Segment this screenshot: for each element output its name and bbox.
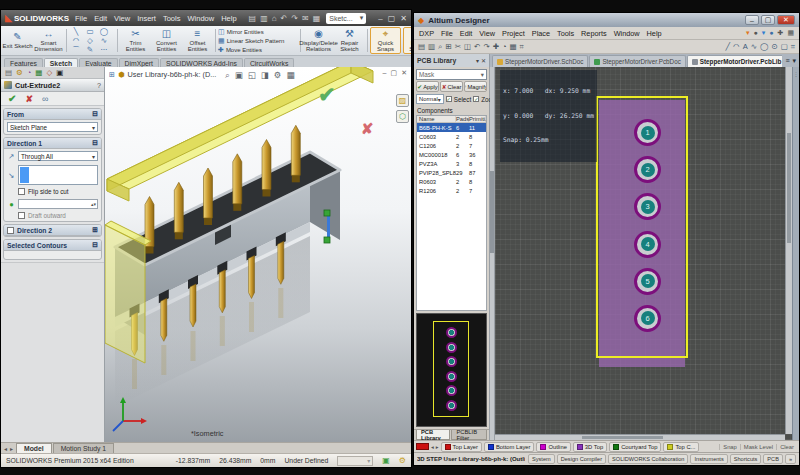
layer-tab[interactable]: Top Layer — [441, 442, 482, 452]
menubar-icon[interactable]: ▾ — [762, 29, 766, 37]
sw-toolbar-icon[interactable]: ▥ — [260, 14, 268, 23]
panel-button[interactable]: SOLIDWORKS Collaboration — [608, 454, 688, 464]
collapse-icon[interactable]: ⊟ — [92, 241, 98, 249]
sw-command-button[interactable]: ↔ Smart Dimension — [33, 27, 64, 54]
sw-toolbar-icon[interactable]: ⌂ — [272, 14, 277, 23]
component-row[interactable]: R1206 2 7 — [417, 186, 486, 195]
sw-ribbon-tab[interactable]: Evaluate — [79, 58, 117, 67]
document-tab[interactable]: StepperMotorDriver.SchDoc — [492, 55, 588, 67]
column-name[interactable]: Name — [417, 116, 456, 122]
ad-menu-item[interactable]: Reports — [581, 29, 607, 38]
sketch-entity-icon[interactable]: ⋯ — [100, 45, 108, 54]
status-gold-icon[interactable]: ⚙ — [399, 456, 406, 465]
panel-tab-icon[interactable]: ◇ — [46, 68, 52, 77]
ad-drawing-icon[interactable]: A — [743, 42, 748, 52]
sw-menu-item[interactable]: Edit — [94, 14, 107, 23]
sw-menu-item[interactable]: Window — [187, 14, 214, 23]
footprint-preview[interactable] — [416, 313, 487, 427]
right-panel-strip[interactable]: ⋮ — [792, 67, 799, 440]
layer-bar-button[interactable]: Snap — [719, 444, 740, 450]
chevron-left-icon[interactable]: ◂ — [4, 445, 7, 452]
sw-command-button[interactable]: ◉ Display/Delete Relations — [303, 27, 334, 54]
sw-toolbar-icon[interactable]: ↶ — [281, 14, 288, 23]
library-panel-tab[interactable]: PCBLIB Filter — [451, 430, 487, 440]
sw-command-button[interactable]: ✂ Trim Entities — [120, 27, 151, 54]
maximize-icon[interactable]: ▢ — [391, 69, 398, 77]
ad-drawing-icon[interactable]: ◯ — [760, 42, 768, 52]
sw-command-button[interactable]: ▦ Linear Sketch Pattern — [218, 37, 298, 45]
ad-toolbar-icon[interactable]: ▤ — [418, 42, 425, 52]
panel-tab-icon[interactable]: ▤ — [5, 68, 12, 77]
column-primitives[interactable]: Primiti... — [469, 116, 486, 122]
sketch-entity-icon[interactable]: ╲ — [74, 27, 79, 36]
cancel-button[interactable]: ✘ — [25, 94, 33, 104]
sw-command-button[interactable]: ✎ Exit Sketch — [2, 27, 33, 54]
help-icon[interactable]: ? — [97, 81, 101, 90]
direction-selection-box[interactable] — [18, 165, 98, 185]
mode-select[interactable]: Normal ▾ — [416, 94, 444, 104]
ad-toolbar-icon[interactable]: ⊞ — [445, 42, 451, 52]
component-row[interactable]: R0603 2 8 — [417, 177, 486, 186]
collapse-icon[interactable]: ⊟ — [92, 110, 98, 118]
component-row[interactable]: C0603 2 8 — [417, 132, 486, 141]
model-tab[interactable]: Motion Study 1 — [53, 443, 114, 453]
component-row[interactable]: C1206 2 7 — [417, 141, 486, 150]
close-icon[interactable]: ✕ — [777, 15, 795, 25]
minimize-icon[interactable]: – — [383, 69, 387, 77]
panel-tab-icon[interactable]: ⚙ — [16, 68, 23, 77]
panel-button[interactable]: PCB — [763, 454, 783, 464]
sw-menu-item[interactable]: Insert — [137, 14, 156, 23]
sketch-entity-icon[interactable]: ✎ — [87, 45, 93, 54]
column-pads[interactable]: Pads — [456, 116, 469, 122]
maximize-icon[interactable]: ▢ — [761, 15, 775, 25]
ad-toolbar-icon[interactable]: ⌕ — [438, 42, 442, 52]
close-icon[interactable]: ✕ — [400, 14, 407, 23]
panel-tab-icon[interactable]: ▦ — [35, 68, 42, 77]
minimize-icon[interactable]: – — [745, 15, 759, 25]
sketch-entity-icon[interactable]: ◠ — [73, 36, 80, 45]
ad-drawing-icon[interactable]: ⌗ — [791, 42, 795, 52]
sw-toolbar-icon[interactable]: ↷ — [291, 14, 298, 23]
collapse-icon[interactable]: ⊟ — [92, 139, 98, 147]
editor-horizontal-scrollbar[interactable] — [495, 434, 785, 440]
ad-menu-item[interactable]: Edit — [460, 29, 473, 38]
chevron-down-icon[interactable]: ▾ — [792, 57, 796, 65]
view-tool-icon[interactable]: ▦ — [286, 70, 294, 81]
ad-menu-item[interactable]: View — [479, 29, 495, 38]
sw-command-button[interactable]: ⚒ Repair Sketch — [334, 27, 365, 54]
restore-icon[interactable]: ⊞ — [109, 70, 115, 79]
sw-ribbon-tab[interactable]: SOLIDWORKS Add-Ins — [160, 58, 243, 67]
ad-menu-item[interactable]: Project — [502, 29, 525, 38]
status-unit-select[interactable]: ▾ — [337, 456, 373, 466]
view-tool-icon[interactable]: ◱ — [248, 70, 256, 81]
sw-toolbar-icon[interactable]: ✉ — [302, 14, 309, 23]
zoom-checkbox[interactable]: ✓ — [473, 96, 479, 102]
extrude-highlight-left[interactable] — [105, 221, 151, 363]
maximize-icon[interactable]: ▢ — [388, 14, 396, 23]
sketch-entity-icon[interactable]: ◇ — [87, 36, 93, 45]
chevron-down-icon[interactable]: ▾ — [476, 57, 479, 64]
ad-drawing-icon[interactable]: ⊙ — [771, 42, 777, 52]
ad-menu-item[interactable]: Help — [647, 29, 662, 38]
sw-toolbar-icon[interactable]: ▦ — [313, 14, 321, 23]
context-button-1[interactable]: ▨ — [396, 94, 409, 107]
panel-tab-icon[interactable]: ▣ — [56, 68, 63, 77]
library-action-button[interactable]: ⌕ Magnify — [464, 81, 487, 92]
sw-command-button[interactable]: ⌖ Quick Snaps — [370, 27, 401, 54]
draft-icon[interactable]: ● — [7, 200, 16, 209]
view-tool-icon[interactable]: ▣ — [235, 70, 243, 81]
model-tab[interactable]: Model — [16, 443, 52, 453]
layer-tab[interactable]: Top C... — [663, 442, 699, 452]
chevron-down-icon[interactable]: ▾ — [360, 14, 364, 22]
sw-graphics-area[interactable]: ⊞ ⬢ User Library-b6b-ph-k: (D... ⌕▣◱◨⚙▦ … — [105, 67, 411, 442]
select-checkbox[interactable]: ✓ — [446, 96, 452, 102]
panel-button[interactable]: Instruments — [690, 454, 727, 464]
close-icon[interactable]: ✕ — [481, 57, 486, 64]
ad-toolbar-icon[interactable]: ✚ — [493, 42, 499, 52]
context-button-2[interactable]: ⬡ — [396, 110, 409, 123]
chevron-right-icon[interactable]: ▸ — [436, 444, 439, 450]
preview-icon[interactable]: ∞ — [42, 94, 48, 104]
footprint-board[interactable]: 1 2 3 4 — [596, 96, 688, 358]
library-action-button[interactable]: ✘ Clear — [440, 81, 463, 92]
chevron-right-icon[interactable]: ▸ — [10, 445, 13, 452]
